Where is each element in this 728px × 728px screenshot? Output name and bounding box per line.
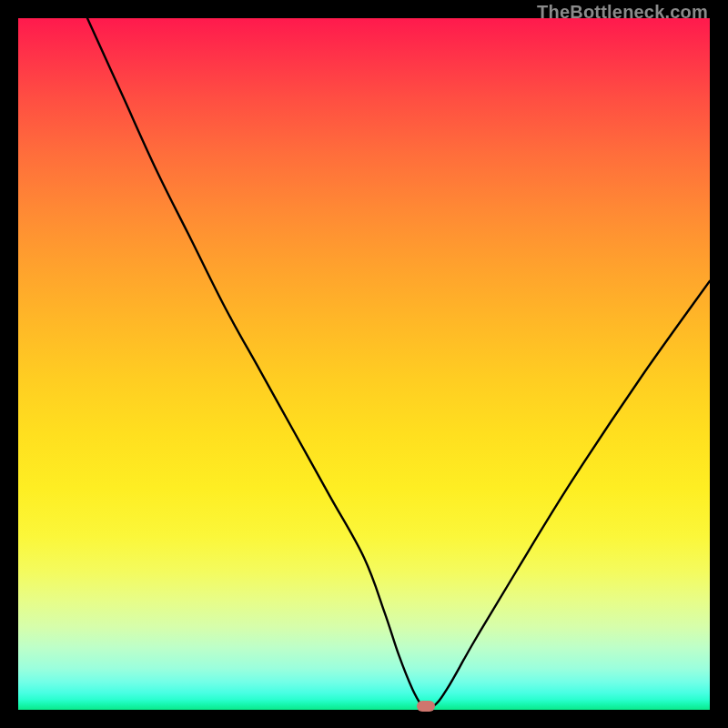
bottleneck-curve: [18, 18, 710, 710]
optimal-point-marker: [417, 701, 435, 712]
chart-plot-area: [18, 18, 710, 710]
chart-frame: TheBottleneck.com: [0, 0, 728, 728]
watermark-text: TheBottleneck.com: [537, 2, 708, 23]
